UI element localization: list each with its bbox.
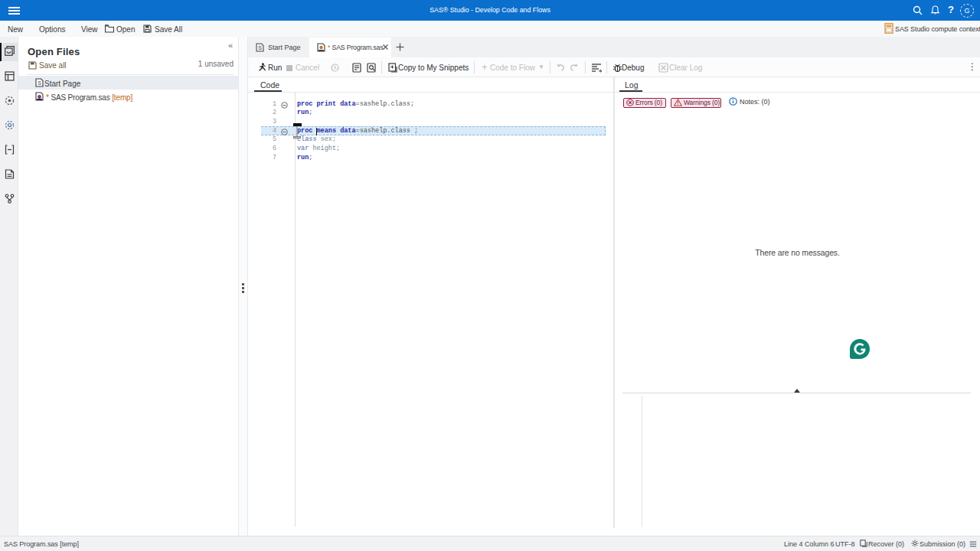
svg-text:S: S bbox=[38, 80, 41, 86]
svg-text:S: S bbox=[258, 45, 262, 51]
